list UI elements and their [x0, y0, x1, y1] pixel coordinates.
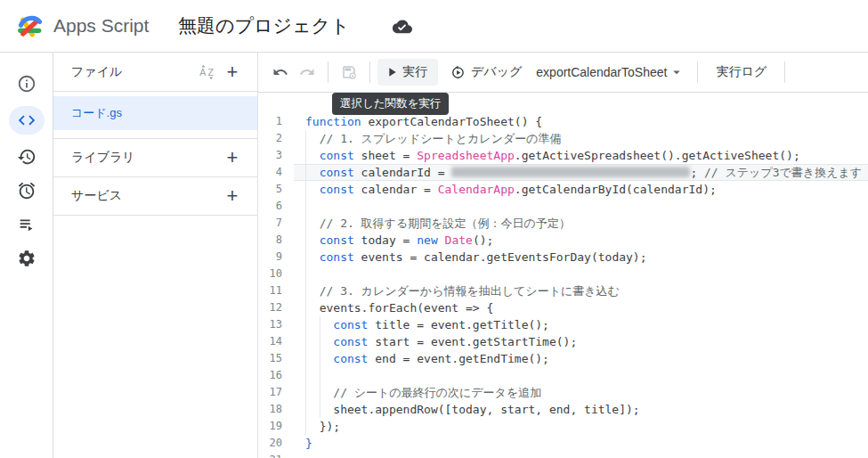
- code-line-12[interactable]: 12 events.forEach(event => {: [258, 299, 868, 316]
- left-rail: [0, 53, 53, 458]
- code-line-content[interactable]: const end = event.getEndTime();: [294, 350, 868, 367]
- line-number: 21: [258, 452, 294, 458]
- code-line-8[interactable]: 8 const today = new Date();: [258, 232, 868, 249]
- code-line-content[interactable]: [294, 452, 868, 458]
- function-selector[interactable]: exportCalendarToSheet: [531, 59, 690, 86]
- chevron-down-icon: [669, 64, 685, 80]
- code-line-content[interactable]: const calendar = CalendarApp.getCalendar…: [294, 181, 868, 198]
- add-library-button[interactable]: +: [220, 145, 245, 170]
- code-line-content[interactable]: [294, 367, 868, 384]
- run-label: 実行: [402, 64, 427, 80]
- code-line-16[interactable]: 16: [258, 367, 868, 384]
- line-number: 20: [258, 435, 294, 452]
- svg-text:Z: Z: [207, 67, 214, 78]
- line-number: 18: [258, 401, 294, 418]
- code-line-content[interactable]: const calendarId = ; // ステップ3で書き換えます: [294, 164, 868, 181]
- run-button[interactable]: 実行: [377, 59, 438, 86]
- code-line-17[interactable]: 17 // シートの最終行の次にデータを追加: [258, 384, 868, 401]
- libraries-section: ライブラリ +: [53, 139, 257, 177]
- redo-icon[interactable]: [294, 59, 320, 86]
- code-line-20[interactable]: 20}: [258, 435, 868, 452]
- code-line-content[interactable]: const events = calendar.getEventsForDay(…: [294, 249, 868, 266]
- code-editor-icon[interactable]: [9, 106, 45, 135]
- file-name: コード.gs: [71, 105, 122, 121]
- code-line-content[interactable]: [294, 266, 868, 282]
- editor-toolbar: 実行 デバッグ exportCalendarToSheet 実行ログ: [258, 53, 868, 93]
- apps-script-ide: Apps Script 無題のプロジェクト ファイル: [0, 0, 868, 458]
- line-number: 17: [258, 384, 294, 401]
- project-history-icon[interactable]: [9, 145, 45, 168]
- line-number: 6: [258, 198, 294, 215]
- code-line-content[interactable]: function exportCalendarToSheet() {: [294, 113, 868, 130]
- line-number: 10: [258, 266, 294, 282]
- code-line-content[interactable]: sheet.appendRow([today, start, end, titl…: [294, 401, 868, 418]
- debug-button[interactable]: デバッグ: [442, 59, 531, 86]
- code-line-19[interactable]: 19 });: [258, 418, 868, 435]
- undo-icon[interactable]: [267, 59, 294, 86]
- indent-guide: [305, 130, 306, 435]
- code-line-content[interactable]: // 1. スプレッドシートとカレンダーの準備: [294, 130, 868, 147]
- code-line-content[interactable]: // 2. 取得する期間を設定（例：今日の予定）: [294, 215, 868, 232]
- line-number: 15: [258, 350, 294, 367]
- line-number: 1: [258, 113, 294, 130]
- execution-log-button[interactable]: 実行ログ: [705, 59, 777, 86]
- line-number: 7: [258, 215, 294, 232]
- toolbar-divider: [328, 61, 329, 83]
- code-line-7[interactable]: 7 // 2. 取得する期間を設定（例：今日の予定）: [258, 215, 868, 232]
- project-title[interactable]: 無題のプロジェクト: [178, 13, 349, 38]
- line-number: 4: [258, 164, 294, 181]
- code-line-content[interactable]: events.forEach(event => {: [294, 299, 868, 316]
- triggers-alarm-icon[interactable]: [9, 179, 45, 202]
- code-line-content[interactable]: const today = new Date();: [294, 232, 868, 249]
- add-service-button[interactable]: +: [220, 184, 245, 209]
- code-line-1[interactable]: 1function exportCalendarToSheet() {: [258, 113, 868, 130]
- line-number: 11: [258, 282, 294, 299]
- toolbar-divider: [784, 61, 785, 83]
- code-line-2[interactable]: 2 // 1. スプレッドシートとカレンダーの準備: [258, 130, 868, 147]
- settings-gear-icon[interactable]: [9, 247, 45, 270]
- code-line-9[interactable]: 9 const events = calendar.getEventsForDa…: [258, 249, 868, 266]
- plus-icon: +: [227, 62, 239, 82]
- add-file-button[interactable]: +: [220, 60, 245, 85]
- executions-list-icon[interactable]: [9, 213, 45, 236]
- code-line-11[interactable]: 11 // 3. カレンダーから情報を抽出してシートに書き込む: [258, 282, 868, 299]
- save-icon[interactable]: [336, 59, 362, 86]
- code-editor[interactable]: 1function exportCalendarToSheet() {2 // …: [258, 113, 868, 458]
- line-number: 8: [258, 232, 294, 249]
- file-item-code-gs[interactable]: コード.gs: [53, 96, 257, 130]
- code-line-3[interactable]: 3 const sheet = SpreadsheetApp.getActive…: [258, 147, 868, 164]
- code-line-15[interactable]: 15 const end = event.getEndTime();: [258, 350, 868, 367]
- overview-info-icon[interactable]: [9, 72, 45, 95]
- line-number: 13: [258, 316, 294, 333]
- code-pane: 実行 デバッグ exportCalendarToSheet 実行ログ 選択した関…: [258, 53, 868, 458]
- code-line-10[interactable]: 10: [258, 266, 868, 282]
- toolbar-divider: [697, 61, 698, 83]
- services-section: サービス +: [53, 177, 257, 216]
- files-panel: ファイル A Z + コード.gs ライブラリ + サービス +: [53, 53, 258, 458]
- code-line-content[interactable]: [294, 198, 868, 215]
- code-line-content[interactable]: const start = event.getStartTime();: [294, 333, 868, 350]
- line-number: 12: [258, 299, 294, 316]
- code-line-content[interactable]: const title = event.getTitle();: [294, 316, 868, 333]
- code-line-4[interactable]: 4 const calendarId = ; // ステップ3で書き換えます: [258, 164, 868, 181]
- code-line-content[interactable]: }: [294, 435, 868, 452]
- code-line-5[interactable]: 5 const calendar = CalendarApp.getCalend…: [258, 181, 868, 198]
- code-line-content[interactable]: // 3. カレンダーから情報を抽出してシートに書き込む: [294, 282, 868, 299]
- code-line-content[interactable]: });: [294, 418, 868, 435]
- play-icon: [385, 65, 399, 79]
- line-number: 2: [258, 130, 294, 147]
- code-line-21[interactable]: 21: [258, 452, 868, 458]
- files-list-divider: [53, 130, 257, 139]
- code-line-6[interactable]: 6: [258, 198, 868, 215]
- function-selector-value: exportCalendarToSheet: [536, 65, 667, 79]
- sort-az-icon[interactable]: A Z: [195, 60, 220, 85]
- code-line-14[interactable]: 14 const start = event.getStartTime();: [258, 333, 868, 350]
- cloud-saved-icon: [392, 16, 413, 37]
- debug-label: デバッグ: [471, 64, 522, 80]
- code-line-18[interactable]: 18 sheet.appendRow([today, start, end, t…: [258, 401, 868, 418]
- files-header: ファイル A Z +: [53, 53, 257, 92]
- code-line-13[interactable]: 13 const title = event.getTitle();: [258, 316, 868, 333]
- code-line-content[interactable]: // シートの最終行の次にデータを追加: [294, 384, 868, 401]
- debug-icon: [450, 65, 466, 80]
- code-line-content[interactable]: const sheet = SpreadsheetApp.getActiveSp…: [294, 147, 868, 164]
